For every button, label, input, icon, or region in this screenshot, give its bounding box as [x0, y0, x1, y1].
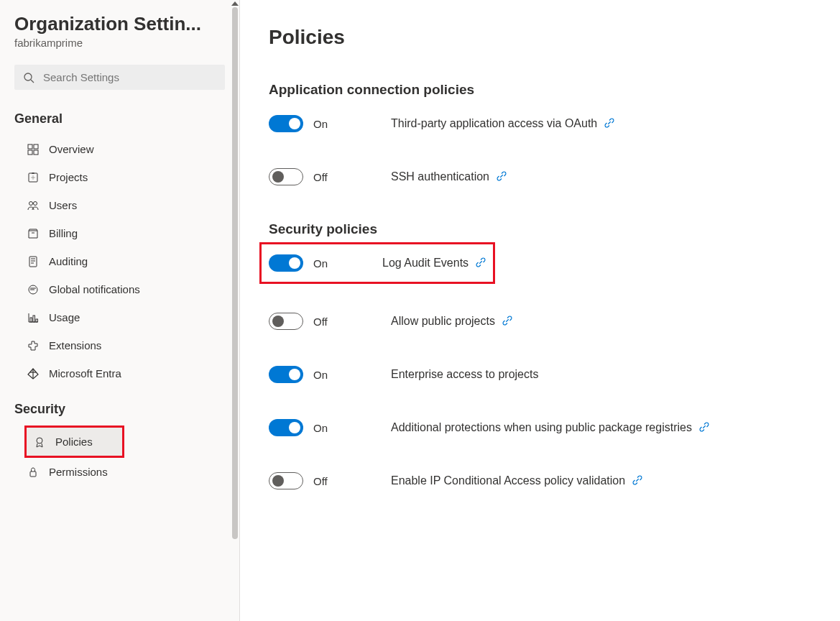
svg-point-19 — [37, 438, 42, 443]
sidebar-item-permissions[interactable]: Permissions — [0, 458, 239, 486]
toggle-state: Off — [313, 475, 328, 487]
page-title: Organization Settin... — [14, 13, 223, 35]
sidebar-item-overview[interactable]: Overview — [0, 135, 239, 163]
toggle-ssh[interactable] — [269, 168, 303, 185]
sidebar-section-security: Security — [14, 402, 225, 417]
sidebar-item-global-notifications[interactable]: Global notifications — [0, 275, 239, 303]
toggle-state: Off — [313, 316, 328, 328]
policy-row-allow-public-projects: Off Allow public projects — [269, 313, 811, 330]
highlighted-policy-row: On Log Audit Events — [259, 242, 495, 284]
main-content: Policies Application connection policies… — [240, 0, 840, 621]
policy-label: Third-party application access via OAuth — [391, 117, 597, 130]
users-icon — [27, 200, 39, 211]
section-title: Security policies — [269, 221, 811, 237]
billing-icon — [27, 228, 39, 239]
svg-rect-3 — [34, 144, 38, 149]
sidebar-item-usage[interactable]: Usage — [0, 303, 239, 331]
sidebar-item-users[interactable]: Users — [0, 191, 239, 219]
nav-label: Microsoft Entra — [49, 367, 121, 380]
toggle-allow-public-projects[interactable] — [269, 313, 303, 330]
policy-section-security: Security policies On Log Audit Events Of… — [269, 221, 811, 489]
nav-label: Permissions — [49, 466, 108, 478]
toggle-state: On — [313, 422, 328, 434]
policy-label: Allow public projects — [391, 315, 495, 328]
sidebar-item-projects[interactable]: Projects — [0, 163, 239, 191]
svg-rect-16 — [30, 318, 32, 322]
toggle-ip-conditional-access[interactable] — [269, 472, 303, 489]
overview-icon — [27, 144, 39, 155]
nav-label: Overview — [49, 143, 94, 155]
svg-rect-5 — [34, 150, 38, 155]
nav-label: Policies — [55, 436, 93, 448]
projects-icon — [27, 172, 39, 183]
link-icon[interactable] — [476, 257, 486, 270]
svg-rect-17 — [33, 316, 35, 322]
nav-label: Billing — [49, 227, 78, 239]
entra-icon — [27, 368, 39, 380]
nav-label: Projects — [49, 171, 88, 183]
scrollbar[interactable] — [231, 0, 238, 621]
link-icon[interactable] — [632, 475, 642, 487]
toggle-state: Off — [313, 171, 328, 183]
sidebar-item-policies[interactable]: Policies — [24, 426, 124, 458]
toggle-state: On — [313, 118, 328, 130]
toggle-state: On — [313, 369, 328, 381]
nav-label: Usage — [49, 311, 80, 323]
extensions-icon — [27, 340, 39, 351]
toggle-public-package-registries[interactable] — [269, 419, 303, 436]
svg-rect-9 — [29, 257, 37, 267]
scroll-thumb[interactable] — [232, 7, 238, 539]
policy-label: Log Audit Events — [382, 257, 469, 270]
sidebar-item-microsoft-entra[interactable]: Microsoft Entra — [0, 359, 239, 387]
policies-icon — [34, 436, 45, 448]
policy-row-ip-conditional-access: Off Enable IP Conditional Access policy … — [269, 472, 811, 489]
svg-point-8 — [34, 201, 37, 205]
nav-label: Auditing — [49, 255, 88, 267]
sidebar-section-general: General — [14, 111, 225, 126]
usage-icon — [27, 312, 39, 323]
policy-label: SSH authentication — [391, 170, 489, 183]
svg-line-1 — [31, 80, 34, 83]
search-input-field[interactable] — [43, 71, 216, 83]
section-title: Application connection policies — [269, 82, 811, 98]
toggle-log-audit-events[interactable] — [269, 254, 303, 272]
svg-rect-2 — [28, 144, 32, 149]
policy-label: Additional protections when using public… — [391, 421, 692, 434]
scroll-arrow-up-icon[interactable] — [231, 1, 239, 6]
svg-point-7 — [29, 201, 33, 205]
organization-name: fabrikamprime — [14, 37, 225, 49]
nav-label: Users — [49, 199, 77, 211]
policy-row-ssh: Off SSH authentication — [269, 168, 811, 185]
toggle-enterprise-access[interactable] — [269, 366, 303, 383]
nav-label: Extensions — [49, 339, 101, 351]
search-settings-input[interactable] — [14, 65, 225, 90]
link-icon[interactable] — [497, 171, 507, 183]
policy-row-enterprise-access: On Enterprise access to projects — [269, 366, 811, 383]
search-icon — [23, 72, 34, 83]
svg-point-0 — [24, 73, 32, 80]
toggle-state: On — [313, 257, 328, 270]
toggle-oauth[interactable] — [269, 115, 303, 132]
policy-row-public-package-registries: On Additional protections when using pub… — [269, 419, 811, 436]
svg-rect-4 — [28, 150, 32, 155]
sidebar-item-extensions[interactable]: Extensions — [0, 331, 239, 359]
nav-label: Global notifications — [49, 283, 140, 295]
auditing-icon — [27, 256, 39, 267]
policy-row-oauth: On Third-party application access via OA… — [269, 115, 811, 132]
svg-rect-18 — [36, 319, 38, 322]
notifications-icon — [27, 284, 39, 295]
link-icon[interactable] — [604, 118, 614, 130]
policy-section-application-connection: Application connection policies On Third… — [269, 82, 811, 185]
policy-label: Enable IP Conditional Access policy vali… — [391, 474, 625, 487]
sidebar-item-auditing[interactable]: Auditing — [0, 247, 239, 275]
svg-rect-20 — [30, 472, 36, 477]
permissions-icon — [27, 466, 39, 478]
policy-label: Enterprise access to projects — [391, 368, 538, 381]
link-icon[interactable] — [502, 316, 512, 328]
policy-row-log-audit-events: On Log Audit Events — [269, 254, 486, 272]
sidebar-item-billing[interactable]: Billing — [0, 219, 239, 247]
main-title: Policies — [269, 26, 811, 49]
link-icon[interactable] — [699, 422, 709, 434]
sidebar: Organization Settin... fabrikamprime Gen… — [0, 0, 240, 621]
